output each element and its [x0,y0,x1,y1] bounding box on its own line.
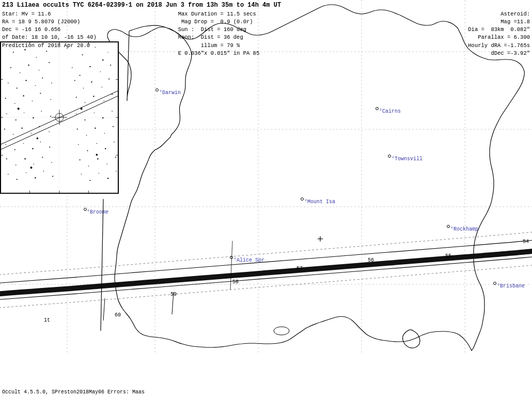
header: 213 Lilaea occults TYC 6264-02399-1 on 2… [0,0,532,58]
header-cols: Star: Mv = 11.6 RA = 18 9 5.8079 (J2000)… [2,10,530,57]
maxdur-line-2: Mag Drop = 0.9 (0.0r) [178,18,354,26]
svg-point-89 [97,158,98,159]
svg-point-80 [114,142,115,143]
maxdur-line-6: E 0.036"x 0.015" in PA 85 [178,50,354,57]
maxdur-line-1: Max Duration = 11.5 secs [178,10,354,18]
svg-point-14 [102,59,103,60]
svg-text:°Townsvill: °Townsvill [392,156,423,162]
svg-point-102 [116,171,117,172]
star-line-4: of Date: 18 10 10, -16 15 40) [2,34,178,41]
svg-point-50 [24,112,24,113]
svg-point-75 [49,147,50,148]
header-title: 213 Lilaea occults TYC 6264-02399-1 on 2… [2,1,530,10]
svg-text:60: 60 [115,312,121,318]
svg-point-16 [10,67,11,68]
svg-point-32 [74,80,75,81]
star-chart-inset [0,41,119,194]
svg-point-86 [51,162,52,163]
svg-point-64 [49,131,50,132]
svg-point-20 [49,62,50,63]
svg-point-34 [91,81,92,82]
star-line-5: Prediction of 2018 Apr 28.0 [2,42,178,50]
svg-point-99 [89,180,90,181]
svg-point-60 [13,134,14,135]
svg-point-35 [102,87,102,87]
asteroid-line-6: dDec =-3.92" [354,50,530,57]
svg-point-74 [40,142,41,143]
svg-point-45 [93,96,94,97]
star-chart-svg [1,42,118,193]
svg-point-65 [77,129,78,130]
svg-point-68 [104,133,105,133]
svg-text:55: 55 [445,253,451,259]
maxdur-line-3: Sun : Dist = 160 deg [178,26,354,34]
svg-point-52 [41,111,42,112]
svg-point-41 [40,93,41,94]
footer-text: Occult 4.5.5.0, SPreston2018May06 Errors… [2,389,145,395]
header-col-star: Star: Mv = 11.6 RA = 18 9 5.8079 (J2000)… [2,10,178,57]
svg-point-77 [87,150,88,151]
svg-text:°Darwin: °Darwin [159,90,181,96]
svg-point-101 [107,178,108,179]
svg-point-96 [43,171,44,172]
svg-point-73 [32,148,33,149]
svg-text:°Alice Spr: °Alice Spr [233,257,264,263]
svg-point-78 [97,143,97,144]
main-container: 213 Lilaea occults TYC 6264-02399-1 on 2… [0,0,532,396]
asteroid-line-3: Dia = 83km 0.082" [354,26,530,34]
svg-point-72 [23,143,24,144]
asteroid-line-4: Parallax = 6.300 [354,34,530,41]
svg-point-37 [5,98,6,99]
maxdur-line-5: illum = 79 % [178,42,354,50]
svg-point-81 [6,158,7,159]
svg-point-85 [42,157,43,158]
asteroid-line-5: Hourly dRA =-1.765s [354,42,530,50]
svg-text:58: 58 [232,279,239,285]
svg-point-88 [88,165,89,166]
svg-point-59 [4,129,5,130]
svg-point-70 [5,144,6,145]
svg-point-44 [85,102,86,103]
svg-point-39 [23,95,24,96]
svg-point-97 [52,176,53,177]
svg-text:1t: 1t [44,317,50,323]
svg-point-87 [80,159,81,160]
svg-point-33 [83,88,84,89]
svg-point-18 [28,65,29,66]
svg-point-55 [85,119,86,120]
svg-point-106 [37,138,39,140]
svg-point-25 [110,65,111,66]
svg-point-17 [20,72,21,73]
svg-point-51 [33,117,34,118]
svg-point-71 [14,149,15,150]
svg-point-95 [35,177,36,178]
asteroid-line-2: Mag =11.8 [354,18,530,26]
svg-point-58 [112,111,113,112]
svg-point-21 [72,67,73,68]
svg-text:°Brisbane: °Brisbane [497,283,525,289]
svg-point-36 [108,79,109,80]
svg-point-69 [113,126,114,127]
star-line-2: RA = 18 9 5.8079 (J2000) [2,18,178,26]
svg-text:°Cairns: °Cairns [379,109,401,114]
svg-point-42 [50,99,51,100]
star-line-1: Star: Mv = 11.6 [2,10,178,18]
svg-point-91 [115,157,116,158]
svg-point-82 [15,164,17,165]
svg-point-98 [81,174,82,175]
svg-point-107 [81,108,83,110]
svg-point-23 [89,66,90,67]
header-col-asteroid: Asteroid: Mag =11.8 Dia = 83km 0.082" Pa… [354,10,530,57]
svg-point-22 [80,75,81,76]
svg-point-83 [24,158,25,159]
svg-point-93 [17,179,18,180]
svg-point-26 [8,83,9,84]
svg-point-43 [76,97,77,98]
footer: Occult 4.5.5.0, SPreston2018May06 Errors… [2,389,145,395]
svg-point-84 [34,164,34,164]
svg-point-31 [51,83,52,84]
svg-point-49 [15,119,17,120]
svg-point-76 [78,144,79,145]
svg-text:54: 54 [523,239,529,245]
svg-text:°Rockhamp: °Rockhamp [450,226,478,232]
